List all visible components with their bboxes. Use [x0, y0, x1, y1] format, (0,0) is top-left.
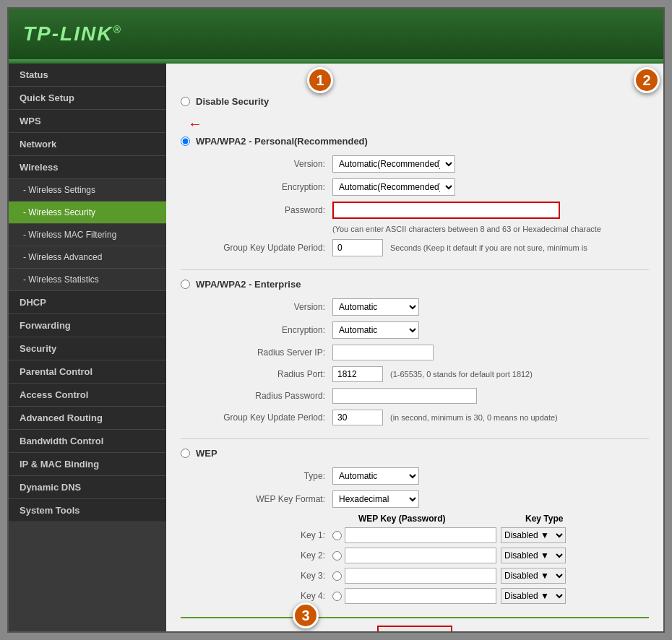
wep-key-2-radio[interactable] — [332, 551, 342, 561]
sidebar-item-wps[interactable]: WPS — [9, 110, 166, 133]
annotation-2: 2 — [634, 67, 660, 93]
ent-encryption-control: Automatic — [332, 321, 419, 339]
wpa-personal-group-key-input[interactable] — [332, 239, 383, 256]
ent-group-key-control: (in second, minimum is 30, 0 means no up… — [332, 410, 558, 425]
radius-port-input[interactable] — [332, 366, 383, 382]
wep-key-4-input[interactable] — [345, 588, 496, 604]
wep-type-select[interactable]: Automatic — [332, 467, 419, 485]
radius-ip-label: Radius Server IP: — [202, 347, 332, 358]
password-hint: (You can enter ASCII characters between … — [332, 225, 649, 233]
wpa-personal-form: Version: Automatic(Recommended) ▼ Encryp… — [202, 155, 649, 256]
sidebar-item-ip-mac-binding[interactable]: IP & MAC Binding — [9, 453, 166, 476]
sidebar-item-dynamic-dns[interactable]: Dynamic DNS — [9, 476, 166, 499]
sidebar-item-wireless-settings[interactable]: - Wireless Settings — [9, 179, 166, 202]
group-key-row: Group Key Update Period: Seconds (Keep i… — [202, 239, 649, 256]
wep-label: WEP — [196, 448, 217, 459]
ent-group-key-hint: (in second, minimum is 30, 0 means no up… — [390, 413, 558, 422]
version-label: Version: — [202, 159, 332, 169]
wep-key-1-input[interactable] — [345, 527, 496, 543]
wep-key-1-row: Key 1: Disabled ▼ — [202, 527, 649, 543]
wpa-personal-password-input[interactable] — [332, 202, 560, 219]
annotation-3: 3 — [293, 602, 319, 628]
wep-radio[interactable] — [181, 449, 190, 458]
wep-key-headers: WEP Key (Password) Key Type — [332, 514, 649, 524]
radius-password-input[interactable] — [332, 388, 477, 404]
wep-key-format-control: Hexadecimal — [332, 490, 419, 508]
encryption-control: Automatic(Recommended) ▼ — [332, 178, 455, 196]
wep-key-4-row: Key 4: Disabled ▼ — [202, 588, 649, 604]
wpa-enterprise-label: WPA/WPA2 - Enterprise — [196, 279, 301, 290]
sidebar-item-system-tools[interactable]: System Tools — [9, 499, 166, 522]
sidebar-item-wireless-security[interactable]: - Wireless Security — [9, 202, 166, 224]
wep-key-1-radio[interactable] — [332, 531, 342, 540]
ent-version-control: Automatic — [332, 298, 419, 316]
sidebar-item-wireless-statistics[interactable]: - Wireless Statistics — [9, 269, 166, 291]
sidebar-item-advanced-routing[interactable]: Advanced Routing — [9, 407, 166, 430]
wep-key-3-row: Key 3: Disabled ▼ — [202, 568, 649, 584]
wep-key-1-label: Key 1: — [202, 530, 332, 540]
wep-key-3-label: Key 3: — [202, 571, 332, 581]
disable-security-label: Disable Security — [196, 96, 269, 107]
encryption-row: Encryption: Automatic(Recommended) ▼ — [202, 178, 649, 196]
password-label: Password: — [202, 205, 332, 215]
radius-port-row: Radius Port: (1-65535, 0 stands for defa… — [202, 366, 649, 382]
ent-encryption-label: Encryption: — [202, 325, 332, 335]
wep-key-4-type-select[interactable]: Disabled ▼ — [501, 588, 566, 604]
save-button[interactable]: Save — [377, 626, 452, 631]
sidebar-item-parental-control[interactable]: Parental Control — [9, 360, 166, 384]
radius-port-label: Radius Port: — [202, 369, 332, 379]
radius-password-label: Radius Password: — [202, 391, 332, 401]
wpa-personal-option: WPA/WPA2 - Personal(Recommended) — [181, 136, 649, 147]
sidebar-item-access-control[interactable]: Access Control — [9, 384, 166, 407]
wpa-personal-radio[interactable] — [181, 137, 190, 146]
wep-key-3-type-select[interactable]: Disabled ▼ — [501, 568, 566, 584]
radius-ip-control — [332, 345, 434, 360]
radius-ip-input[interactable] — [332, 345, 434, 360]
version-control: Automatic(Recommended) ▼ — [332, 155, 455, 173]
sidebar-item-dhcp[interactable]: DHCP — [9, 291, 166, 314]
wep-key-4-label: Key 4: — [202, 591, 332, 601]
wpa-personal-version-select[interactable]: Automatic(Recommended) ▼ — [332, 155, 455, 173]
sidebar-item-network[interactable]: Network — [9, 133, 166, 156]
wep-key-3-input[interactable] — [345, 568, 496, 584]
wpa-enterprise-form: Version: Automatic Encryption: Automatic — [202, 298, 649, 425]
sidebar-item-wireless-advanced[interactable]: - Wireless Advanced — [9, 246, 166, 269]
wep-key-1-type-select[interactable]: Disabled ▼ — [501, 527, 566, 543]
radius-password-row: Radius Password: — [202, 388, 649, 404]
ent-version-select[interactable]: Automatic — [332, 298, 419, 316]
wep-key-format-select[interactable]: Hexadecimal — [332, 490, 419, 508]
wpa-personal-encryption-select[interactable]: Automatic(Recommended) ▼ — [332, 178, 455, 196]
group-key-label: Group Key Update Period: — [202, 243, 332, 253]
ent-encryption-row: Encryption: Automatic — [202, 321, 649, 339]
wpa-personal-label: WPA/WPA2 - Personal(Recommended) — [196, 136, 368, 147]
disable-security-radio[interactable] — [181, 97, 190, 106]
sidebar-item-security[interactable]: Security — [9, 337, 166, 360]
ent-group-key-label: Group Key Update Period: — [202, 412, 332, 423]
save-area: Save — [181, 617, 649, 631]
wep-key-col-header: WEP Key (Password) — [358, 514, 521, 524]
wep-type-row: Type: Automatic — [202, 467, 649, 485]
sidebar-item-quick-setup[interactable]: Quick Setup — [9, 87, 166, 110]
wep-key-4-radio[interactable] — [332, 592, 342, 601]
wep-key-format-label: WEP Key Format: — [202, 494, 332, 504]
sidebar-item-wireless[interactable]: Wireless — [9, 156, 166, 179]
wep-key-2-type-select[interactable]: Disabled ▼ — [501, 548, 566, 563]
radius-password-control — [332, 388, 477, 404]
password-control — [332, 202, 560, 219]
ent-group-key-input[interactable] — [332, 410, 383, 425]
sidebar-item-wireless-mac-filtering[interactable]: - Wireless MAC Filtering — [9, 224, 166, 246]
sidebar-item-bandwidth-control[interactable]: Bandwidth Control — [9, 430, 166, 453]
disable-security-option: Disable Security — [181, 96, 649, 107]
arrow-icon: ← — [188, 116, 202, 132]
wep-type-col-header: Key Type — [525, 514, 563, 524]
wep-key-3-radio[interactable] — [332, 571, 342, 581]
wep-form: Type: Automatic WEP Key Format: Hexadeci… — [202, 467, 649, 604]
wep-key-2-row: Key 2: Disabled ▼ — [202, 548, 649, 563]
sidebar-item-forwarding[interactable]: Forwarding — [9, 314, 166, 337]
ent-encryption-select[interactable]: Automatic — [332, 321, 419, 339]
annotation-1: 1 — [307, 67, 333, 93]
wep-key-2-input[interactable] — [345, 548, 496, 563]
ent-group-key-row: Group Key Update Period: (in second, min… — [202, 410, 649, 425]
sidebar-item-status[interactable]: Status — [9, 64, 166, 87]
wpa-enterprise-radio[interactable] — [181, 280, 190, 289]
